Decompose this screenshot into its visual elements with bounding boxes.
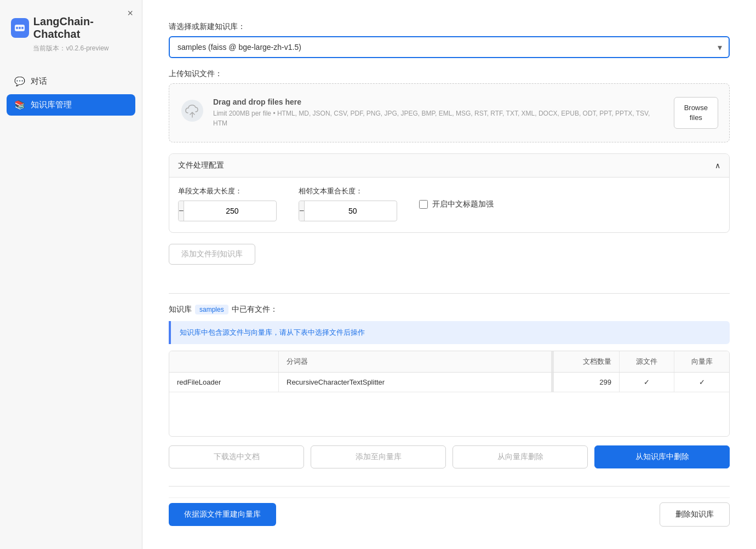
- sidebar-item-kb[interactable]: 📚 知识库管理: [7, 94, 135, 116]
- version-text: 当前版本：v0.2.6-preview: [33, 44, 108, 53]
- max-length-stepper: − +: [178, 201, 277, 221]
- chinese-heading-row: 开启中文标题加强: [419, 199, 494, 209]
- logo-area: LangChain-Chatchat 当前版本：v0.2.6-preview: [0, 0, 142, 62]
- browse-files-button[interactable]: Browse files: [674, 97, 718, 129]
- separator: [169, 293, 730, 294]
- chinese-heading-checkbox[interactable]: [419, 200, 428, 209]
- max-length-decrease-button[interactable]: −: [179, 201, 184, 221]
- main-content: 请选择或新建知识库： samples (faiss @ bge-large-zh…: [142, 0, 756, 549]
- kb-files-suffix: 中已有文件：: [232, 305, 278, 314]
- add-files-button[interactable]: 添加文件到知识库: [169, 244, 255, 265]
- svg-point-3: [21, 27, 24, 29]
- kb-selector-label: 请选择或新建知识库：: [169, 22, 730, 32]
- table-header: 分词器 文档数量 源文件 向量库: [169, 351, 729, 373]
- th-source: 源文件: [620, 351, 674, 372]
- sidebar-item-kb-label: 知识库管理: [31, 100, 72, 110]
- sidebar-item-chat-label: 对话: [31, 76, 47, 87]
- empty-rows: [169, 392, 729, 436]
- download-selected-button[interactable]: 下载选中文档: [169, 445, 304, 468]
- add-to-vector-button[interactable]: 添加至向量库: [311, 445, 446, 468]
- max-length-label: 单段文本最大长度：: [178, 186, 277, 196]
- upload-limit-text: Limit 200MB per file • HTML, MD, JSON, C…: [213, 108, 665, 128]
- td-name: redFileLoader: [169, 373, 279, 392]
- bottom-separator: [169, 486, 730, 487]
- config-header: 文件处理配置: [169, 154, 729, 178]
- config-title: 文件处理配置: [178, 161, 224, 170]
- kb-name-badge: samples: [195, 305, 228, 314]
- logo-text: LangChain-Chatchat: [33, 15, 131, 41]
- upload-text-area: Drag and drop files here Limit 200MB per…: [213, 98, 665, 128]
- sidebar-item-chat[interactable]: 💬 对话: [7, 71, 135, 92]
- logo-icon: [11, 18, 29, 38]
- cloud-upload-icon: [180, 99, 204, 128]
- upload-label: 上传知识文件：: [169, 69, 730, 79]
- overlap-field: 相邻文本重合长度： − +: [299, 186, 397, 221]
- chat-icon: 💬: [14, 76, 25, 87]
- svg-point-1: [16, 27, 18, 29]
- upload-area[interactable]: Drag and drop files here Limit 200MB per…: [169, 83, 730, 142]
- table-row[interactable]: redFileLoader RecursiveCharacterTextSpli…: [169, 373, 729, 392]
- overlap-label: 相邻文本重合长度：: [299, 186, 397, 196]
- th-doc-count: 文档数量: [554, 351, 620, 372]
- chinese-heading-label: 开启中文标题加强: [432, 199, 494, 209]
- upload-drag-title: Drag and drop files here: [213, 98, 665, 106]
- delete-from-kb-button[interactable]: 从知识库中删除: [594, 445, 730, 468]
- config-section: 文件处理配置 单段文本最大长度： − +: [169, 153, 730, 233]
- td-splitter: RecursiveCharacterTextSplitter: [279, 373, 552, 392]
- config-collapse-icon[interactable]: [715, 161, 720, 170]
- info-banner: 知识库中包含源文件与向量库，请从下表中选择文件后操作: [169, 321, 730, 344]
- sidebar: × LangChain-Chatchat 当前版本：v0.2.6-preview…: [0, 0, 142, 549]
- delete-kb-button[interactable]: 删除知识库: [660, 502, 730, 527]
- overlap-input[interactable]: [305, 202, 397, 220]
- bottom-buttons: 依据源文件重建向量库 删除知识库: [169, 497, 730, 527]
- close-button[interactable]: ×: [127, 8, 133, 19]
- kb-select-wrapper: samples (faiss @ bge-large-zh-v1.5) ▾: [169, 36, 730, 58]
- config-row: 单段文本最大长度： − + 相邻文本重合长度： −: [178, 186, 720, 221]
- max-length-input[interactable]: [184, 202, 277, 220]
- kb-icon: 📚: [14, 100, 25, 110]
- th-splitter: 分词器: [279, 351, 552, 372]
- svg-point-4: [181, 100, 203, 122]
- td-vector: ✓: [674, 373, 729, 392]
- th-vector: 向量库: [674, 351, 729, 372]
- nav-items: 💬 对话 📚 知识库管理: [0, 62, 142, 124]
- kb-files-prefix: 知识库: [169, 305, 192, 314]
- th-name: [169, 351, 279, 372]
- td-doc-count: 299: [554, 373, 620, 392]
- rebuild-vector-button[interactable]: 依据源文件重建向量库: [169, 503, 276, 526]
- files-table: 分词器 文档数量 源文件 向量库 redFileLoader Recurs: [169, 351, 730, 437]
- app-window: × LangChain-Chatchat 当前版本：v0.2.6-preview…: [0, 0, 756, 549]
- kb-files-header: 知识库 samples 中已有文件：: [169, 305, 730, 314]
- action-buttons: 下载选中文档 添加至向量库 从向量库删除 从知识库中删除: [169, 445, 730, 468]
- td-source: ✓: [620, 373, 674, 392]
- kb-select[interactable]: samples (faiss @ bge-large-zh-v1.5): [169, 36, 730, 58]
- config-body: 单段文本最大长度： − + 相邻文本重合长度： −: [169, 178, 729, 232]
- max-length-field: 单段文本最大长度： − +: [178, 186, 277, 221]
- overlap-stepper: − +: [299, 201, 397, 221]
- remove-from-vector-button[interactable]: 从向量库删除: [453, 445, 588, 468]
- logo-row: LangChain-Chatchat: [11, 15, 131, 41]
- overlap-decrease-button[interactable]: −: [299, 201, 305, 221]
- svg-point-2: [19, 27, 21, 29]
